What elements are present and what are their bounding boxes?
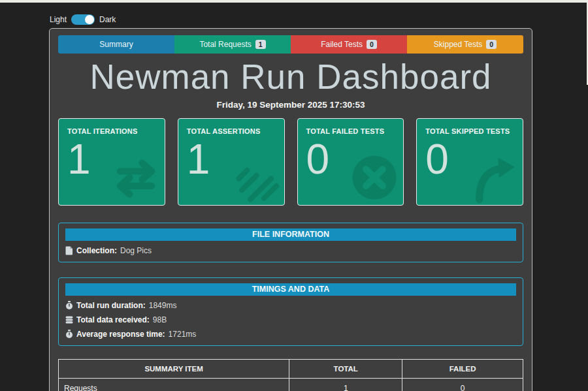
summary-table-header-row: SUMMARY ITEM TOTAL FAILED bbox=[59, 359, 523, 378]
timings-panel: TIMINGS AND DATA Total run duration: 184… bbox=[58, 277, 523, 346]
card-label: TOTAL ITERATIONS bbox=[59, 119, 165, 135]
tab-bar: Summary Total Requests 1 Failed Tests 0 … bbox=[58, 35, 523, 54]
curved-arrow-icon bbox=[468, 151, 520, 204]
card-total-skipped-tests: TOTAL SKIPPED TESTS 0 bbox=[416, 118, 523, 206]
file-icon bbox=[65, 246, 73, 255]
tab-skipped-tests-label: Skipped Tests bbox=[434, 40, 483, 49]
stat-cards-row: TOTAL ITERATIONS 1 TOTAL ASSERTIONS 1 bbox=[58, 118, 523, 206]
stopwatch-icon bbox=[65, 330, 73, 339]
total-data-received-value: 98B bbox=[153, 315, 167, 324]
diagonal-lines-icon bbox=[229, 151, 282, 204]
tab-skipped-tests[interactable]: Skipped Tests 0 bbox=[407, 35, 523, 54]
card-total-iterations: TOTAL ITERATIONS 1 bbox=[58, 118, 165, 206]
total-data-received-line: Total data received: 98B bbox=[65, 315, 516, 324]
theme-toggle-switch[interactable] bbox=[71, 14, 95, 25]
theme-toggle-row: Light Dark bbox=[50, 14, 116, 25]
total-run-duration-value: 1849ms bbox=[149, 301, 177, 310]
table-row-requests: Requests 1 0 bbox=[59, 378, 523, 391]
dashboard-panel: Summary Total Requests 1 Failed Tests 0 … bbox=[49, 28, 532, 391]
card-label: TOTAL SKIPPED TESTS bbox=[417, 119, 523, 135]
total-header: TOTAL bbox=[289, 359, 402, 378]
row-failed-cell: 0 bbox=[402, 378, 523, 391]
row-item-cell: Requests bbox=[59, 378, 289, 391]
circle-x-icon bbox=[348, 151, 400, 204]
timings-header: TIMINGS AND DATA bbox=[65, 283, 516, 296]
tab-failed-tests[interactable]: Failed Tests 0 bbox=[291, 35, 407, 54]
file-information-header: FILE INFORMATION bbox=[65, 228, 516, 241]
average-response-time-value: 1721ms bbox=[169, 330, 197, 339]
tab-summary[interactable]: Summary bbox=[58, 35, 174, 54]
toggle-knob bbox=[85, 15, 94, 24]
card-total-assertions: TOTAL ASSERTIONS 1 bbox=[178, 118, 285, 206]
row-total-cell: 1 bbox=[289, 378, 402, 391]
total-run-duration-line: Total run duration: 1849ms bbox=[65, 301, 516, 310]
collection-line: Collection: Dog Pics bbox=[65, 246, 516, 255]
tab-total-requests-label: Total Requests bbox=[199, 40, 251, 49]
skipped-tests-badge: 0 bbox=[486, 40, 497, 50]
failed-tests-badge: 0 bbox=[367, 40, 377, 50]
page-title: Newman Run Dashboard bbox=[58, 57, 523, 97]
average-response-time-line: Average response time: 1721ms bbox=[65, 330, 516, 339]
stopwatch-icon bbox=[65, 301, 73, 310]
tab-summary-label: Summary bbox=[99, 40, 133, 49]
page-top-edge bbox=[0, 0, 588, 3]
light-mode-label: Light bbox=[50, 15, 67, 24]
failed-header: FAILED bbox=[402, 359, 523, 378]
database-icon bbox=[65, 315, 73, 324]
collection-label: Collection: bbox=[76, 246, 117, 255]
tab-total-requests[interactable]: Total Requests 1 bbox=[174, 35, 291, 54]
tab-failed-tests-label: Failed Tests bbox=[321, 40, 363, 49]
card-label: TOTAL FAILED TESTS bbox=[298, 119, 404, 135]
summary-item-header: SUMMARY ITEM bbox=[59, 359, 289, 378]
run-timestamp: Friday, 19 September 2025 17:30:53 bbox=[58, 100, 523, 110]
total-run-duration-label: Total run duration: bbox=[76, 301, 146, 310]
total-requests-badge: 1 bbox=[255, 40, 266, 50]
total-data-received-label: Total data received: bbox=[76, 315, 150, 324]
average-response-time-label: Average response time: bbox=[76, 330, 165, 339]
summary-table: SUMMARY ITEM TOTAL FAILED Requests 1 0 bbox=[58, 359, 523, 391]
dark-mode-label: Dark bbox=[99, 15, 116, 24]
sync-arrows-icon bbox=[110, 151, 162, 204]
card-total-failed-tests: TOTAL FAILED TESTS 0 bbox=[297, 118, 404, 206]
file-information-panel: FILE INFORMATION Collection: Dog Pics bbox=[58, 223, 523, 262]
collection-value: Dog Pics bbox=[120, 246, 152, 255]
card-label: TOTAL ASSERTIONS bbox=[178, 119, 284, 135]
